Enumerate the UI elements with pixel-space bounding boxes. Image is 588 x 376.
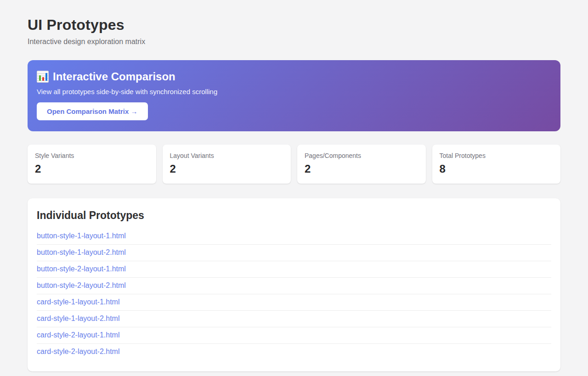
list-item: button-style-2-layout-2.html xyxy=(37,278,551,294)
stat-value: 8 xyxy=(440,163,554,175)
page-subtitle: Interactive design exploration matrix xyxy=(28,38,560,46)
list-item: button-style-1-layout-2.html xyxy=(37,245,551,261)
prototype-link[interactable]: card-style-1-layout-2.html xyxy=(37,314,120,322)
prototype-link[interactable]: card-style-2-layout-2.html xyxy=(37,348,120,355)
prototype-link[interactable]: button-style-2-layout-2.html xyxy=(37,281,126,289)
stat-label: Total Prototypes xyxy=(440,152,554,159)
prototype-link[interactable]: button-style-1-layout-2.html xyxy=(37,248,126,256)
prototype-link[interactable]: button-style-2-layout-1.html xyxy=(37,265,126,273)
open-comparison-matrix-button[interactable]: Open Comparison Matrix → xyxy=(37,102,148,120)
banner-title-text: Interactive Comparison xyxy=(53,70,175,83)
banner-title: Interactive Comparison xyxy=(37,70,551,83)
page-container: UI Prototypes Interactive design explora… xyxy=(28,0,560,371)
list-item: card-style-1-layout-2.html xyxy=(37,311,551,327)
stat-card-total-prototypes: Total Prototypes 8 xyxy=(432,145,561,184)
list-item: button-style-1-layout-1.html xyxy=(37,228,551,245)
banner-description: View all prototypes side-by-side with sy… xyxy=(37,88,551,95)
stat-label: Style Variants xyxy=(35,152,149,159)
stat-card-pages-components: Pages/Components 2 xyxy=(297,145,426,184)
stat-card-style-variants: Style Variants 2 xyxy=(28,145,156,184)
list-item: card-style-2-layout-1.html xyxy=(37,327,551,344)
list-item: button-style-2-layout-1.html xyxy=(37,261,551,278)
stat-value: 2 xyxy=(305,163,418,175)
list-item: card-style-2-layout-2.html xyxy=(37,344,551,360)
prototype-link[interactable]: card-style-1-layout-1.html xyxy=(37,298,120,306)
bar-chart-icon xyxy=(37,71,49,83)
list-item: card-style-1-layout-1.html xyxy=(37,294,551,311)
stat-label: Pages/Components xyxy=(305,152,418,159)
stats-row: Style Variants 2 Layout Variants 2 Pages… xyxy=(28,145,560,184)
interactive-comparison-banner: Interactive Comparison View all prototyp… xyxy=(28,60,560,131)
stat-card-layout-variants: Layout Variants 2 xyxy=(163,145,291,184)
stat-label: Layout Variants xyxy=(170,152,284,159)
prototype-link[interactable]: card-style-2-layout-1.html xyxy=(37,331,120,339)
individual-prototypes-heading: Individual Prototypes xyxy=(37,209,551,222)
stat-value: 2 xyxy=(170,163,284,175)
stat-value: 2 xyxy=(35,163,149,175)
page-title: UI Prototypes xyxy=(28,17,560,34)
prototype-link[interactable]: button-style-1-layout-1.html xyxy=(37,232,126,240)
individual-prototypes-card: Individual Prototypes button-style-1-lay… xyxy=(28,198,560,371)
prototype-file-list: button-style-1-layout-1.html button-styl… xyxy=(37,228,551,360)
